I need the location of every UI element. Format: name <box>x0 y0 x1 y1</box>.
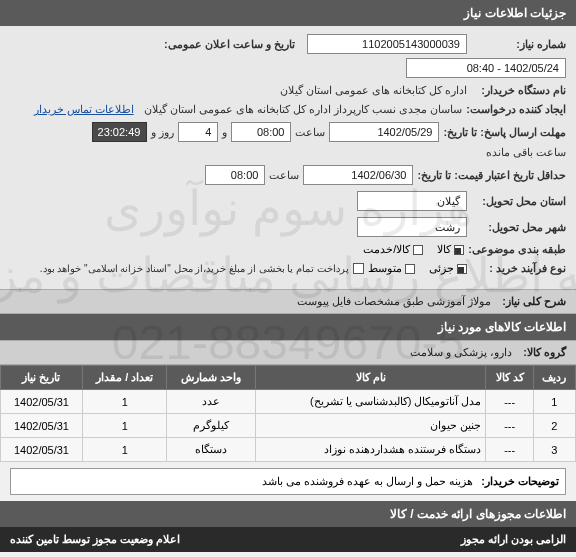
col-qty: تعداد / مقدار <box>82 366 167 390</box>
label-validity-deadline: حداقل تاریخ اعتبار قیمت: تا تاریخ: <box>417 169 566 182</box>
value-requester: ساسان مجدی نسب کارپرداز اداره کل کتابخان… <box>144 103 463 116</box>
radio-service-label: کالا/خدمت <box>363 243 410 256</box>
cell-unit: دستگاه <box>167 438 255 462</box>
field-province: گیلان <box>357 191 467 211</box>
value-buyer-org: اداره کل کتابخانه های عمومی استان گیلان <box>280 84 467 97</box>
table-row: 2---جنین حیوانکیلوگرم11402/05/31 <box>1 414 576 438</box>
cell-date: 1402/05/31 <box>1 414 83 438</box>
general-desc-value: مولاژ آموزشی طبق مشخصات فایل پیوست <box>297 295 491 307</box>
buyer-notes-label: توضیحات خریدار: <box>481 475 559 488</box>
license-table-header: الزامی بودن ارائه مجوز اعلام وضعیت مجوز … <box>0 527 576 552</box>
label-requester: ایجاد کننده درخواست: <box>466 103 566 116</box>
field-resp-date: 1402/05/29 <box>329 122 439 142</box>
items-info-header: اطلاعات کالاهای مورد نیاز <box>0 314 576 340</box>
cell-name: مدل آناتومیکال (کالبدشناسی یا تشریح) <box>255 390 486 414</box>
label-buy-type: نوع فرآیند خرید : <box>471 262 566 275</box>
label-and: و <box>222 126 227 139</box>
category-radio-group: کالا کالا/خدمت <box>363 243 464 256</box>
label-remaining: ساعت باقی مانده <box>486 146 566 159</box>
radio-goods[interactable]: کالا <box>437 243 464 256</box>
cell-row: 2 <box>533 414 575 438</box>
field-announce-dt: 1402/05/24 - 08:40 <box>406 58 566 78</box>
col-row: ردیف <box>533 366 575 390</box>
label-day: روز و <box>151 126 174 139</box>
buyer-contact-link[interactable]: اطلاعات تماس خریدار <box>34 103 134 116</box>
payment-checkbox[interactable] <box>353 263 364 274</box>
cell-code: --- <box>486 414 533 438</box>
cell-unit: عدد <box>167 390 255 414</box>
radio-dot-icon <box>413 245 423 255</box>
cell-name: جنین حیوان <box>255 414 486 438</box>
label-category: طبقه بندی موضوعی: <box>468 243 566 256</box>
radio-dot-icon <box>405 264 415 274</box>
field-city: رشت <box>357 217 467 237</box>
label-announce-dt: تاریخ و ساعت اعلان عمومی: <box>164 38 295 51</box>
label-hour2: ساعت <box>269 169 299 182</box>
license-required-col: الزامی بودن ارائه مجوز <box>461 533 566 546</box>
table-row: 3---دستگاه فرستنده هشداردهنده نوزاددستگا… <box>1 438 576 462</box>
table-header-row: ردیف کد کالا نام کالا واحد شمارش تعداد /… <box>1 366 576 390</box>
goods-group-label: گروه کالا: <box>523 346 566 358</box>
col-unit: واحد شمارش <box>167 366 255 390</box>
licenses-header: اطلاعات مجوزهای ارائه خدمت / کالا <box>0 501 576 527</box>
goods-group-row: گروه کالا: دارو، پزشکی و سلامت <box>0 340 576 365</box>
payment-note: پرداخت تمام یا بخشی از مبلغ خرید،از محل … <box>40 263 349 274</box>
cell-name: دستگاه فرستنده هشداردهنده نوزاد <box>255 438 486 462</box>
label-city: شهر محل تحویل: <box>471 221 566 234</box>
buyer-notes-box: توضیحات خریدار: هزینه حمل و ارسال به عهد… <box>10 468 566 495</box>
cell-date: 1402/05/31 <box>1 390 83 414</box>
field-time-left: 23:02:49 <box>92 122 147 142</box>
general-desc-row: شرح کلی نیاز: مولاژ آموزشی طبق مشخصات فا… <box>0 289 576 314</box>
items-table: ردیف کد کالا نام کالا واحد شمارش تعداد /… <box>0 365 576 462</box>
col-need-date: تاریخ نیاز <box>1 366 83 390</box>
goods-group-value: دارو، پزشکی و سلامت <box>410 346 512 358</box>
cell-unit: کیلوگرم <box>167 414 255 438</box>
field-days-left: 4 <box>178 122 218 142</box>
buyer-notes-value: هزینه حمل و ارسال به عهده فروشنده می باش… <box>262 475 473 488</box>
general-desc-label: شرح کلی نیاز: <box>502 295 566 307</box>
field-need-no: 1102005143000039 <box>307 34 467 54</box>
cell-row: 3 <box>533 438 575 462</box>
radio-medium[interactable]: متوسط <box>368 262 415 275</box>
radio-minor-label: جزئی <box>429 262 454 275</box>
form-area: شماره نیاز: 1102005143000039 تاریخ و ساع… <box>0 26 576 289</box>
label-response-deadline: مهلت ارسال پاسخ: تا تاریخ: <box>443 126 566 139</box>
cell-qty: 1 <box>82 414 167 438</box>
cell-qty: 1 <box>82 390 167 414</box>
buytype-radio-group: جزئی متوسط <box>368 262 467 275</box>
cell-date: 1402/05/31 <box>1 438 83 462</box>
radio-goods-label: کالا <box>437 243 451 256</box>
cell-code: --- <box>486 390 533 414</box>
table-row: 1---مدل آناتومیکال (کالبدشناسی یا تشریح)… <box>1 390 576 414</box>
col-code: کد کالا <box>486 366 533 390</box>
label-hour1: ساعت <box>295 126 325 139</box>
supplier-status-col: اعلام وضعیت مجوز توسط تامین کننده <box>10 533 180 546</box>
label-buyer-org: نام دستگاه خریدار: <box>471 84 566 97</box>
radio-dot-icon <box>457 264 467 274</box>
label-province: استان محل تحویل: <box>471 195 566 208</box>
radio-medium-label: متوسط <box>368 262 402 275</box>
field-valid-date: 1402/06/30 <box>303 165 413 185</box>
cell-code: --- <box>486 438 533 462</box>
col-name: نام کالا <box>255 366 486 390</box>
field-resp-time: 08:00 <box>231 122 291 142</box>
radio-minor[interactable]: جزئی <box>429 262 467 275</box>
field-valid-time: 08:00 <box>205 165 265 185</box>
label-need-no: شماره نیاز: <box>471 38 566 51</box>
cell-row: 1 <box>533 390 575 414</box>
radio-service[interactable]: کالا/خدمت <box>363 243 423 256</box>
radio-dot-icon <box>454 245 464 255</box>
cell-qty: 1 <box>82 438 167 462</box>
detail-header: جزئیات اطلاعات نیاز <box>0 0 576 26</box>
